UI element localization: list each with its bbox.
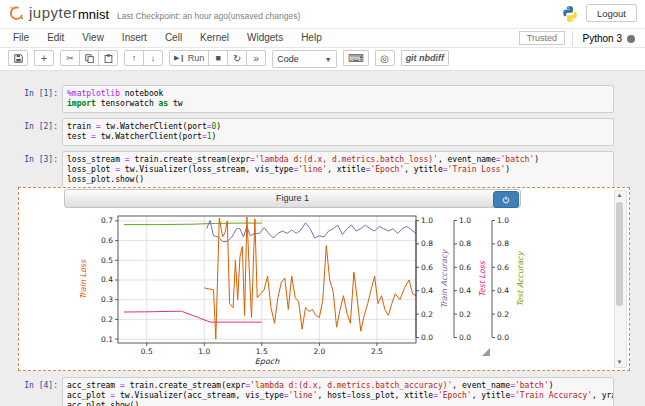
svg-text:Train Loss: Train Loss (79, 259, 88, 299)
plus-icon: + (41, 52, 47, 64)
stop-button[interactable]: ■ (208, 50, 228, 66)
kernel-name: Python 3 (583, 33, 622, 44)
kernel-status-icon (627, 35, 635, 43)
nbdiff-label: git nbdiff (406, 53, 444, 63)
svg-text:0.6: 0.6 (459, 263, 471, 272)
logout-button[interactable]: Logout (586, 4, 637, 22)
svg-text:0.2: 0.2 (421, 310, 433, 319)
svg-text:1.5: 1.5 (256, 347, 268, 356)
svg-text:Train Accuracy: Train Accuracy (440, 249, 449, 309)
move-cell-up-button[interactable]: ↑ (124, 50, 144, 66)
menu-item-edit[interactable]: Edit (38, 29, 73, 46)
code-editor-1[interactable]: %matplotlib notebookimport tensorwatch a… (62, 85, 614, 113)
svg-text:2.5: 2.5 (371, 347, 383, 356)
paste-cell-button[interactable] (98, 50, 118, 66)
svg-text:0.8: 0.8 (459, 239, 471, 248)
menu-item-view[interactable]: View (73, 29, 113, 46)
svg-text:0.0: 0.0 (497, 333, 509, 342)
run-button[interactable]: ▶❙ Run (169, 50, 209, 66)
figure-title: Figure 1 (276, 193, 309, 203)
header-bar: jupyter mnist Last Checkpoint: an hour a… (0, 0, 645, 29)
code-editor-3[interactable]: loss_stream = train.create_stream(expr='… (62, 151, 614, 189)
cut-cell-button[interactable]: ✂ (60, 50, 80, 66)
stop-icon: ■ (216, 53, 221, 63)
svg-text:0.0: 0.0 (421, 333, 433, 342)
save-button[interactable] (8, 50, 28, 66)
code-editor-4[interactable]: acc_stream = train.create_stream(expr='l… (62, 377, 614, 406)
paste-icon (104, 54, 113, 63)
menu-item-cell[interactable]: Cell (156, 29, 191, 46)
restart-kernel-button[interactable]: ↻ (227, 50, 247, 66)
svg-text:Epoch: Epoch (255, 357, 280, 366)
menu-item-widgets[interactable]: Widgets (238, 29, 292, 46)
save-icon (14, 54, 23, 63)
code-cell-2: In [2]: train = tw.WatcherClient(port=0)… (0, 118, 645, 146)
menu-item-kernel[interactable]: Kernel (191, 29, 238, 46)
cut-icon: ✂ (66, 53, 74, 63)
cell-type-value: Code (277, 54, 299, 64)
run-icon: ▶❙ (174, 54, 185, 62)
restart-run-all-button[interactable]: » (246, 50, 266, 66)
svg-text:1.0: 1.0 (198, 347, 210, 356)
scrollbar-thumb[interactable] (616, 202, 623, 306)
figure-resize-handle[interactable] (482, 348, 490, 356)
restart-icon: ↻ (233, 53, 241, 64)
menu-item-file[interactable]: File (4, 29, 38, 46)
code-cell-4: In [4]: acc_stream = train.create_stream… (0, 377, 645, 406)
svg-text:0.8: 0.8 (497, 239, 509, 248)
jupyter-logo-icon (8, 4, 25, 21)
toolbar: + ✂ ↑ ↓ ▶❙ Run ■ ↻ » Code▼ ⌨ ◎ git nbdif… (0, 48, 645, 71)
command-palette-button[interactable]: ⌨ (343, 50, 369, 66)
svg-text:1.0: 1.0 (497, 216, 509, 225)
nbdiff-button[interactable]: git nbdiff (401, 50, 449, 66)
svg-text:0.7: 0.7 (101, 216, 113, 225)
arrow-up-icon: ↑ (132, 53, 137, 63)
kernel-indicator: Python 3 (572, 31, 639, 46)
scroll-up-icon[interactable]: ▲ (615, 191, 624, 200)
svg-text:0.4: 0.4 (421, 286, 433, 295)
notebook-title[interactable]: mnist (78, 7, 109, 22)
chevron-down-icon: ▼ (325, 56, 332, 63)
output-scrollbar[interactable]: ▲ ▼ (614, 190, 627, 368)
code-cell-1: In [1]: %matplotlib notebookimport tenso… (0, 85, 645, 113)
svg-text:0.6: 0.6 (421, 263, 433, 272)
keyboard-icon: ⌨ (348, 52, 364, 65)
cell-output-area: Figure 1 0.10.20.30.40.50.60.7Train Loss… (18, 187, 630, 371)
scroll-down-icon[interactable]: ▼ (615, 358, 624, 367)
svg-text:Test Accuracy: Test Accuracy (516, 250, 525, 306)
menu-item-insert[interactable]: Insert (113, 29, 156, 46)
fast-forward-icon: » (254, 53, 260, 64)
checkpoint-status: Last Checkpoint: an hour ago (117, 11, 228, 21)
arrow-down-icon: ↓ (151, 53, 156, 63)
code-editor-2[interactable]: train = tw.WatcherClient(port=0)test = t… (62, 118, 614, 146)
menus: FileEditViewInsertCellKernelWidgetsHelp (4, 29, 331, 46)
copy-icon (85, 54, 94, 63)
figure-canvas[interactable]: 0.10.20.30.40.50.60.7Train Loss0.51.01.5… (64, 206, 534, 366)
svg-text:0.2: 0.2 (459, 310, 471, 319)
input-prompt: In [1]: (0, 85, 62, 113)
svg-text:0.6: 0.6 (497, 263, 509, 272)
svg-text:0.2: 0.2 (497, 310, 509, 319)
svg-text:1.0: 1.0 (421, 216, 433, 225)
svg-text:0.4: 0.4 (459, 286, 471, 295)
menu-item-help[interactable]: Help (292, 29, 331, 46)
svg-text:Test Loss: Test Loss (478, 260, 487, 297)
copy-cell-button[interactable] (79, 50, 99, 66)
run-label: Run (188, 53, 205, 63)
svg-text:0.4: 0.4 (497, 286, 509, 295)
jupyter-logo[interactable]: jupyter (8, 4, 78, 21)
cell-type-select[interactable]: Code▼ (272, 50, 336, 68)
svg-text:0.1: 0.1 (101, 335, 113, 344)
svg-text:0.6: 0.6 (101, 236, 113, 245)
code-cell-3: In [3]: loss_stream = train.create_strea… (0, 151, 645, 189)
power-icon (502, 196, 510, 204)
python-logo-icon (561, 5, 579, 23)
add-cell-button[interactable]: + (34, 50, 54, 66)
extension-button[interactable]: ◎ (375, 50, 395, 66)
svg-text:0.3: 0.3 (101, 295, 113, 304)
svg-text:1.0: 1.0 (459, 216, 471, 225)
menu-bar: FileEditViewInsertCellKernelWidgetsHelp … (0, 29, 645, 48)
unsaved-changes: (unsaved changes) (228, 11, 300, 21)
move-cell-down-button[interactable]: ↓ (143, 50, 163, 66)
notebook-area: In [1]: %matplotlib notebookimport tenso… (0, 71, 645, 406)
